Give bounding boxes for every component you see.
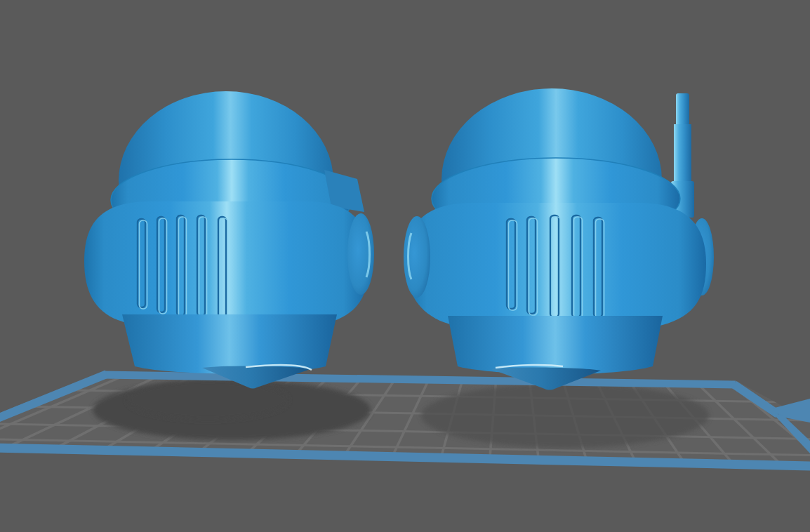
scene-svg (0, 0, 810, 532)
build-plate (0, 371, 810, 469)
model-shadow-left-lump (127, 380, 288, 420)
model-shadow-right (421, 383, 709, 448)
antenna-mid-segment (674, 124, 691, 183)
helmet-left-neck[interactable] (122, 314, 337, 374)
antenna-tip-segment (676, 93, 689, 127)
viewport-canvas[interactable] (0, 0, 810, 532)
